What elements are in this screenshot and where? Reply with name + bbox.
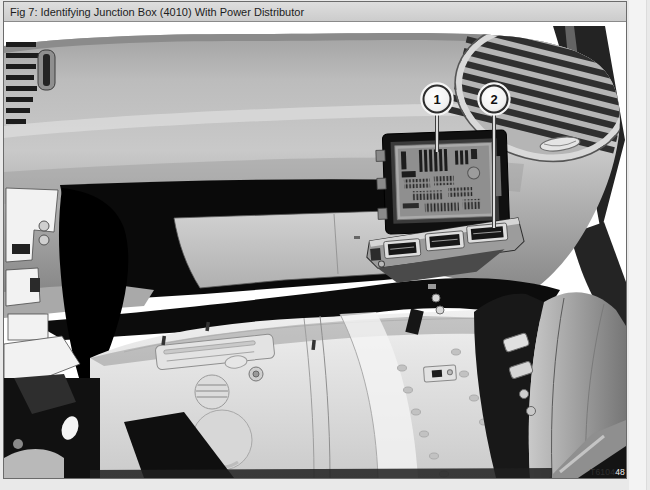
callout-2-number: 2 bbox=[490, 92, 497, 107]
drawing-id-suffix: 48 bbox=[615, 467, 625, 477]
door-sill bbox=[474, 292, 626, 478]
page-gutter bbox=[629, 0, 647, 490]
figure-title-bar: Fig 7: Identifying Junction Box (4010) W… bbox=[4, 2, 626, 22]
callout-1-number: 1 bbox=[433, 92, 440, 107]
figure-title: Fig 7: Identifying Junction Box (4010) W… bbox=[10, 6, 304, 18]
junction-box bbox=[375, 130, 509, 235]
floor-latch-bracket bbox=[423, 365, 456, 382]
figure-canvas: 1 2 T610448 bbox=[4, 22, 626, 478]
callout-2-marker: 2 bbox=[479, 84, 510, 115]
drawing-id-prefix: T6104 bbox=[590, 467, 615, 477]
callout-1-marker: 1 bbox=[422, 84, 453, 115]
drawing-id-label: T610448 bbox=[590, 467, 625, 477]
technical-illustration: 1 2 T610448 bbox=[4, 22, 626, 478]
figure-frame: Fig 7: Identifying Junction Box (4010) W… bbox=[3, 1, 627, 479]
